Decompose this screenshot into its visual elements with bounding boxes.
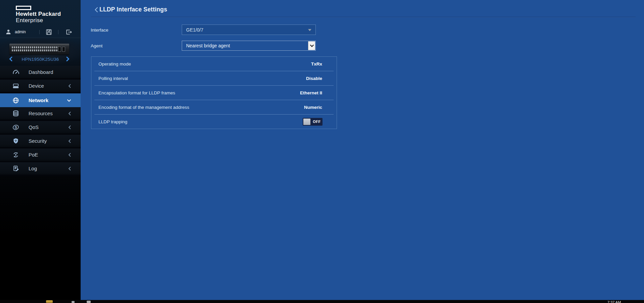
taskbar: 7:37 AM — [0, 300, 644, 303]
chevron-left-icon — [68, 111, 71, 116]
toggle-knob — [303, 119, 310, 125]
setting-label: Encoding format of the management addres… — [98, 105, 189, 110]
header-divider — [91, 17, 636, 17]
sidebar-item-qos[interactable]: S QoS — [0, 121, 81, 135]
setting-row: Encapsulation format for LLDP frames Eth… — [91, 86, 337, 100]
qos-icon: S — [12, 124, 19, 131]
sidebar-item-label: PoE — [29, 152, 38, 158]
chevron-down-icon — [67, 99, 71, 102]
setting-row-lldp-trapping: LLDP trapping OFF — [91, 115, 337, 129]
select-arrow-button[interactable] — [308, 41, 315, 50]
username[interactable]: admin — [15, 30, 26, 34]
agent-select-value: Nearest bridge agent — [186, 43, 230, 48]
shield-icon — [12, 137, 19, 145]
setting-value: Numeric — [304, 105, 322, 110]
interface-label: Interface — [91, 28, 109, 33]
setting-value: TxRx — [311, 61, 322, 67]
chevron-right-icon[interactable] — [66, 56, 70, 61]
setting-label: Encapsulation format for LLDP frames — [98, 90, 175, 95]
switch-ports — [12, 46, 59, 48]
device-icon — [12, 82, 19, 90]
sidebar-item-dashboard[interactable]: Dashboard — [0, 66, 81, 80]
chevron-left-icon — [68, 166, 71, 171]
main-content: LLDP Interface Settings Interface GE1/0/… — [81, 0, 644, 300]
lldp-trapping-toggle[interactable]: OFF — [303, 118, 323, 126]
sidebar-item-poe[interactable]: PoE — [0, 148, 81, 162]
hpe-logo-mark — [16, 6, 31, 10]
brand-line1: Hewlett Packard — [16, 11, 61, 17]
database-icon — [12, 110, 19, 117]
globe-icon — [12, 97, 19, 104]
divider — [58, 30, 58, 34]
dropdown-arrow-icon — [308, 29, 311, 31]
sidebar-item-label: QoS — [29, 124, 39, 130]
sidebar-item-resources[interactable]: Resources — [0, 107, 81, 121]
back-chevron-icon[interactable] — [94, 7, 99, 13]
toggle-state-label: OFF — [311, 118, 323, 126]
setting-label: Polling interval — [98, 76, 128, 81]
agent-select[interactable]: Nearest bridge agent — [182, 41, 316, 51]
taskbar-app-icon[interactable] — [87, 301, 91, 303]
setting-value: Ethernet II — [300, 90, 322, 95]
user-icon — [5, 29, 11, 35]
setting-label: Operating mode — [98, 61, 131, 67]
sidebar-item-security[interactable]: Security — [0, 135, 81, 148]
sidebar-item-network[interactable]: Network — [0, 93, 81, 107]
taskbar-app-icon[interactable] — [46, 300, 53, 303]
switch-ports — [12, 49, 59, 51]
device-block: HPN1950K25U36 — [0, 38, 81, 66]
lldp-settings-panel: Operating mode TxRx Polling interval Dis… — [91, 56, 337, 129]
chevron-left-icon — [68, 139, 71, 143]
sidebar-item-log[interactable]: Log — [0, 162, 81, 176]
gauge-icon — [12, 69, 19, 76]
save-icon[interactable] — [46, 29, 52, 35]
device-selector: HPN1950K25U36 — [0, 55, 81, 64]
switch-sfp-port — [58, 47, 61, 52]
brand-line2: Enterprise — [16, 17, 43, 24]
brand-block: Hewlett Packard Enterprise admin — [0, 0, 81, 38]
setting-row: Polling interval Disable — [91, 71, 337, 85]
chevron-left-icon — [68, 125, 71, 129]
chevron-left-icon — [68, 84, 71, 88]
setting-row: Encoding format of the management addres… — [91, 100, 337, 114]
sidebar-item-label: Log — [29, 166, 37, 171]
user-row: admin — [0, 28, 81, 36]
divider — [39, 30, 40, 34]
sidebar: Hewlett Packard Enterprise admin — [0, 0, 81, 300]
setting-label: LLDP trapping — [98, 119, 127, 124]
chevron-left-icon — [68, 153, 71, 157]
sidebar-item-label: Resources — [29, 111, 53, 116]
interface-dropdown-value: GE1/0/7 — [186, 27, 203, 33]
svg-text:S: S — [14, 125, 17, 129]
app-window: Hewlett Packard Enterprise admin — [0, 0, 644, 303]
sidebar-item-label: Security — [29, 138, 47, 144]
sidebar-item-label: Network — [29, 97, 48, 103]
taskbar-clock[interactable]: 7:37 AM — [607, 300, 621, 303]
setting-value: Disable — [306, 76, 322, 81]
taskbar-app-icon[interactable] — [72, 301, 75, 303]
agent-label: Agent — [91, 43, 102, 48]
log-icon — [12, 165, 19, 172]
switch-sfp-port — [62, 47, 65, 52]
logout-icon[interactable] — [66, 29, 72, 35]
sidebar-item-device[interactable]: Device — [0, 80, 81, 93]
sidebar-item-label: Dashboard — [29, 69, 53, 75]
sidebar-item-label: Device — [29, 83, 44, 89]
page-title: LLDP Interface Settings — [99, 6, 167, 13]
poe-icon — [12, 151, 19, 159]
interface-dropdown[interactable]: GE1/0/7 — [182, 25, 316, 35]
switch-image — [9, 44, 69, 54]
setting-row: Operating mode TxRx — [91, 57, 337, 71]
